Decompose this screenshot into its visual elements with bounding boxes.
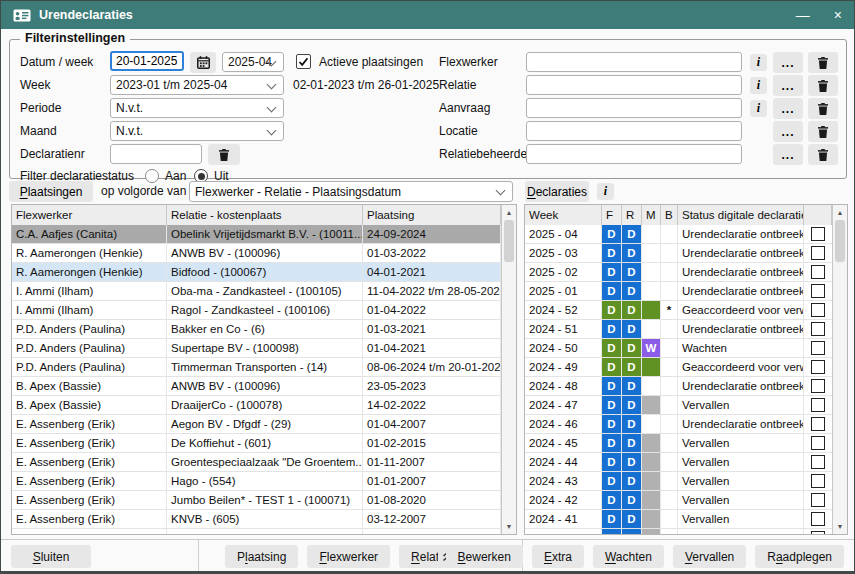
vervallen-button[interactable]: Vervallen	[673, 545, 746, 568]
scroll-down-icon[interactable]: ▼	[502, 520, 516, 533]
plaatsingen-button[interactable]: Plaatsingen	[9, 181, 93, 202]
declaraties-info-button[interactable]: i	[597, 183, 614, 200]
relatie-browse-button[interactable]: ...	[773, 75, 803, 96]
bewerken-button[interactable]: Bewerken	[446, 545, 523, 568]
plaatsing-row[interactable]: P.D. Anders (Paulina)Timmerman Transport…	[12, 358, 501, 377]
wachten-button[interactable]: Wachten	[593, 545, 664, 568]
plaatsing-row[interactable]: B. Apex (Bassie)ANWB BV - (100096)23-05-…	[12, 377, 501, 396]
plaatsing-row[interactable]: P.D. Anders (Paulina)Supertape BV - (100…	[12, 339, 501, 358]
plaatsing-row[interactable]: R. Aamerongen (Henkie)ANWB BV - (100096)…	[12, 244, 501, 263]
aanvraag-browse-button[interactable]: ...	[773, 98, 803, 119]
row-checkbox[interactable]	[811, 284, 825, 298]
actieve-plaatsingen-checkbox[interactable]	[296, 54, 311, 69]
relatie-input[interactable]	[526, 75, 742, 95]
row-checkbox[interactable]	[811, 360, 825, 374]
plaatsing-row[interactable]: E. Assenberg (Erik)Top logistiek - (625)…	[12, 529, 501, 534]
declaraties-scrollbar[interactable]: ▲ ▼	[832, 205, 847, 534]
relatie-info-button[interactable]: i	[750, 77, 767, 94]
scrollbar-thumb[interactable]	[835, 220, 845, 262]
column-header-r[interactable]: R	[622, 205, 642, 225]
declaraties-button[interactable]: Declaraties	[525, 181, 589, 202]
plaatsing-row[interactable]: E. Assenberg (Erik)De Koffiehut - (601)0…	[12, 434, 501, 453]
plaatsing-row[interactable]: E. Assenberg (Erik)Groentespeciaalzaak "…	[12, 453, 501, 472]
plaatsing-row[interactable]: P.D. Anders (Paulina)Bakker en Co - (6)0…	[12, 320, 501, 339]
row-checkbox[interactable]	[811, 436, 825, 450]
declaratie-row[interactable]: 2024 - 40DDVervallen	[525, 529, 832, 534]
declaratie-row[interactable]: 2025 - 04DDUrendeclaratie ontbreekt	[525, 225, 832, 244]
scroll-down-icon[interactable]: ▼	[833, 520, 847, 533]
calendar-button[interactable]	[190, 52, 216, 73]
row-checkbox[interactable]	[811, 265, 825, 279]
column-header-flexwerker[interactable]: Flexwerker	[12, 205, 167, 225]
locatie-clear-button[interactable]	[808, 121, 838, 142]
periode-select[interactable]: N.v.t.	[110, 98, 284, 118]
column-header-f[interactable]: F	[602, 205, 622, 225]
declaratie-row[interactable]: 2024 - 41DDVervallen	[525, 510, 832, 529]
row-checkbox[interactable]	[811, 474, 825, 488]
declaratie-row[interactable]: 2024 - 49DDGeaccordeerd voor verw...	[525, 358, 832, 377]
plaatsing-row[interactable]: I. Ammi (Ilham)Oba-ma - Zandkasteel - (1…	[12, 282, 501, 301]
relatiebeheerder-browse-button[interactable]: ...	[773, 144, 803, 165]
row-checkbox[interactable]	[811, 493, 825, 507]
row-checkbox[interactable]	[811, 455, 825, 469]
column-header-b[interactable]: B	[661, 205, 678, 225]
plaatsing-row[interactable]: E. Assenberg (Erik)Aegon BV - Dfgdf - (2…	[12, 415, 501, 434]
declaratienr-input[interactable]	[110, 144, 202, 164]
flexwerker-input[interactable]	[526, 52, 742, 72]
week-range-select[interactable]: 2023-01 t/m 2025-04	[110, 75, 284, 95]
aanvraag-clear-button[interactable]	[808, 98, 838, 119]
sort-order-select[interactable]: Flexwerker - Relatie - Plaatsingsdatum	[189, 181, 513, 202]
column-header-checkbox[interactable]	[804, 205, 832, 225]
week-of-year-select[interactable]: 2025-04	[222, 52, 284, 72]
declaratie-row[interactable]: 2025 - 03DDUrendeclaratie ontbreekt	[525, 244, 832, 263]
plaatsing-row[interactable]: E. Assenberg (Erik)Jumbo Beilen* - TEST …	[12, 491, 501, 510]
close-icon[interactable]: ×	[834, 1, 842, 29]
locatie-input[interactable]	[526, 121, 742, 141]
plaatsing-row[interactable]: C.A. Aafjes (Canita)Obelink Vrijetijdsma…	[12, 225, 501, 244]
plaatsing-row[interactable]: B. Apex (Bassie)DraaijerCo - (100078)14-…	[12, 396, 501, 415]
declaratie-row[interactable]: 2024 - 43DDVervallen	[525, 472, 832, 491]
relatie-clear-button[interactable]	[808, 75, 838, 96]
declaratie-row[interactable]: 2024 - 46DDUrendeclaratie ontbreekt	[525, 415, 832, 434]
column-header-relatie-kostenplaats[interactable]: Relatie - kostenplaats	[167, 205, 363, 225]
row-checkbox[interactable]	[811, 512, 825, 526]
row-checkbox[interactable]	[811, 227, 825, 241]
flexwerker-clear-button[interactable]	[808, 52, 838, 73]
declaratie-row[interactable]: 2024 - 47DDVervallen	[525, 396, 832, 415]
declaratie-row[interactable]: 2024 - 48DDUrendeclaratie ontbreekt	[525, 377, 832, 396]
aanvraag-info-button[interactable]: i	[750, 100, 767, 117]
declaratie-row[interactable]: 2024 - 44DDVervallen	[525, 453, 832, 472]
scroll-up-icon[interactable]: ▲	[833, 206, 847, 219]
declaratienr-clear-button[interactable]	[208, 144, 240, 165]
relatiebeheerder-input[interactable]	[526, 144, 742, 164]
scrollbar-thumb[interactable]	[504, 220, 514, 262]
column-header-week[interactable]: Week	[525, 205, 602, 225]
row-checkbox[interactable]	[811, 303, 825, 317]
row-checkbox[interactable]	[811, 246, 825, 260]
scroll-up-icon[interactable]: ▲	[502, 206, 516, 219]
column-header-status-digitale-declaratie[interactable]: Status digitale declaratie	[678, 205, 804, 225]
raadplegen-button[interactable]: Raadplegen	[755, 545, 844, 568]
plaatsing-button[interactable]: Plaatsing	[225, 545, 298, 568]
locatie-browse-button[interactable]: ...	[773, 121, 803, 142]
row-checkbox[interactable]	[811, 531, 825, 534]
declaratie-row[interactable]: 2025 - 02DDUrendeclaratie ontbreekt	[525, 263, 832, 282]
declaratie-row[interactable]: 2024 - 50DDWWachten	[525, 339, 832, 358]
column-header-m[interactable]: M	[642, 205, 661, 225]
sluiten-button[interactable]: Sluiten	[11, 545, 91, 568]
declaratie-row[interactable]: 2024 - 42DDVervallen	[525, 491, 832, 510]
minimize-icon[interactable]: —	[796, 1, 810, 29]
row-checkbox[interactable]	[811, 398, 825, 412]
row-checkbox[interactable]	[811, 322, 825, 336]
plaatsing-row[interactable]: R. Aamerongen (Henkie)Bidfood - (100067)…	[12, 263, 501, 282]
row-checkbox[interactable]	[811, 379, 825, 393]
extra-button[interactable]: Extra	[532, 545, 584, 568]
flexwerker-info-button[interactable]: i	[750, 54, 767, 71]
plaatsing-row[interactable]: E. Assenberg (Erik)Hago - (554)01-01-200…	[12, 472, 501, 491]
declaratie-row[interactable]: 2024 - 51DDUrendeclaratie ontbreekt	[525, 320, 832, 339]
plaatsingen-scrollbar[interactable]: ▲ ▼	[501, 205, 516, 534]
row-checkbox[interactable]	[811, 417, 825, 431]
declaratie-row[interactable]: 2024 - 52DD*Geaccordeerd voor verw...	[525, 301, 832, 320]
declaratie-row[interactable]: 2024 - 45DDVervallen	[525, 434, 832, 453]
maand-select[interactable]: N.v.t.	[110, 121, 284, 141]
